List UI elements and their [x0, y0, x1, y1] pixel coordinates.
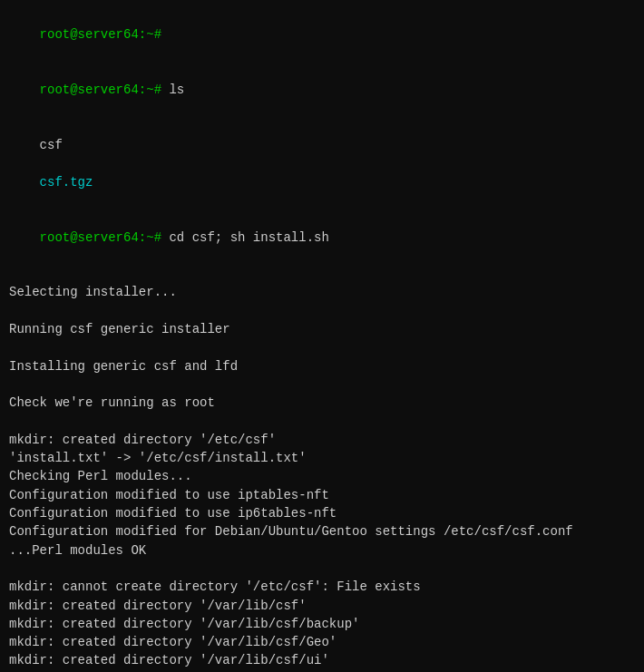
- terminal-line: mkdir: created directory '/var/lib/csf/G…: [9, 633, 635, 651]
- terminal-line: Configuration modified to use ip6tables-…: [9, 504, 635, 522]
- empty-line: [9, 375, 635, 394]
- command-text: ls: [161, 83, 184, 97]
- terminal-line: mkdir: created directory '/var/lib/csf/u…: [9, 651, 635, 669]
- command-text: cd csf; sh install.sh: [161, 230, 329, 245]
- terminal-line: mkdir: cannot create directory '/etc/csf…: [9, 578, 635, 596]
- terminal-line: mkdir: created directory '/var/lib/csf/b…: [9, 615, 635, 633]
- terminal-line: Configuration modified to use iptables-n…: [9, 486, 635, 504]
- terminal-line: root@server64:~#: [9, 7, 635, 63]
- prompt: root@server64:~#: [40, 230, 161, 245]
- terminal-line: root@server64:~# ls: [9, 63, 635, 118]
- empty-line: [9, 265, 635, 283]
- terminal-line: root@server64:~# cd csf; sh install.sh: [9, 209, 635, 265]
- prompt: root@server64:~#: [40, 27, 161, 42]
- terminal-line: Running csf generic installer: [9, 320, 635, 338]
- terminal-line: mkdir: created directory '/var/lib/csf': [9, 597, 635, 615]
- terminal-line: Installing generic csf and lfd: [9, 357, 635, 375]
- empty-line: [9, 338, 635, 356]
- terminal-line: Configuration modified for Debian/Ubuntu…: [9, 522, 635, 541]
- terminal-window: root@server64:~# root@server64:~# ls csf…: [9, 7, 635, 672]
- terminal-line: csf csf.tgz: [9, 118, 635, 209]
- terminal-line: Checking Perl modules...: [9, 467, 635, 485]
- terminal-line: 'install.txt' -> '/etc/csf/install.txt': [9, 449, 635, 467]
- empty-line: [9, 413, 635, 431]
- terminal-line: Check we're running as root: [9, 394, 635, 412]
- output-text: csf.tgz: [40, 175, 93, 190]
- terminal-line: mkdir: created directory '/etc/csf': [9, 431, 635, 449]
- empty-line: [9, 302, 635, 320]
- empty-line: [9, 560, 635, 578]
- terminal-line: ...Perl modules OK: [9, 541, 635, 560]
- prompt: root@server64:~#: [40, 83, 161, 97]
- output-text: [40, 156, 63, 170]
- terminal-line: Selecting installer...: [9, 283, 635, 301]
- output-text: csf: [40, 138, 63, 152]
